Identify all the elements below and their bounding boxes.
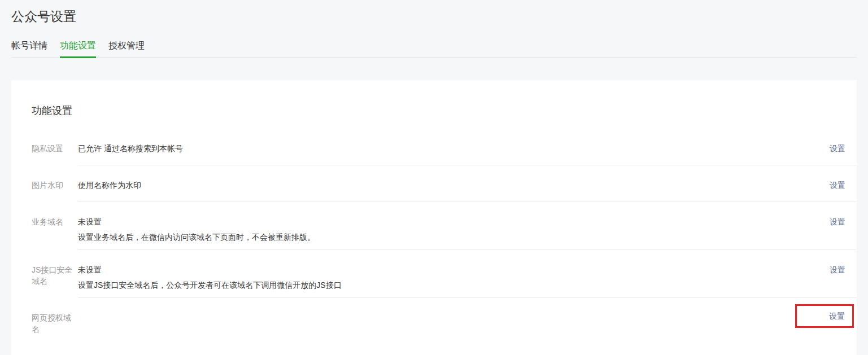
row-label: JS接口安全域名 xyxy=(32,250,78,298)
tab-authorization-management[interactable]: 授权管理 xyxy=(108,40,145,57)
row-value: 未设置 xyxy=(78,264,342,275)
function-settings-card: 功能设置 隐私设置 已允许 通过名称搜索到本帐号 设置 图片水印 使用名称作为水… xyxy=(11,80,857,355)
highlight-box: 设置 xyxy=(795,304,854,328)
row-privacy-settings: 隐私设置 已允许 通过名称搜索到本帐号 设置 xyxy=(32,129,857,165)
row-label: 隐私设置 xyxy=(32,129,78,165)
row-label: 业务域名 xyxy=(32,202,78,250)
row-value: 使用名称作为水印 xyxy=(78,179,141,191)
row-content: 已允许 通过名称搜索到本帐号 设置 xyxy=(78,129,857,165)
row-content: 设置 xyxy=(78,298,857,335)
tab-function-settings[interactable]: 功能设置 xyxy=(60,40,96,58)
row-description: 设置JS接口安全域名后，公众号开发者可在该域名下调用微信开放的JS接口 xyxy=(78,279,342,291)
card-heading: 功能设置 xyxy=(32,104,857,117)
row-label: 网页授权域名 xyxy=(32,298,78,335)
row-business-domain: 业务域名 未设置 设置业务域名后，在微信内访问该域名下页面时，不会被重新排版。 … xyxy=(32,202,857,250)
privacy-settings-set-link[interactable]: 设置 xyxy=(830,143,845,154)
tab-bar: 帐号详情 功能设置 授权管理 xyxy=(11,40,857,58)
row-label: 图片水印 xyxy=(32,165,78,202)
page-header: 公众号设置 xyxy=(0,0,868,25)
row-content: 未设置 设置JS接口安全域名后，公众号开发者可在该域名下调用微信开放的JS接口 … xyxy=(78,250,857,298)
row-value: 已允许 通过名称搜索到本帐号 xyxy=(78,143,183,154)
row-description: 设置业务域名后，在微信内访问该域名下页面时，不会被重新排版。 xyxy=(78,231,315,243)
business-domain-set-link[interactable]: 设置 xyxy=(830,216,845,227)
settings-rows: 隐私设置 已允许 通过名称搜索到本帐号 设置 图片水印 使用名称作为水印 设置 … xyxy=(32,129,857,335)
page-title: 公众号设置 xyxy=(11,7,857,25)
row-content: 使用名称作为水印 设置 xyxy=(78,165,857,202)
row-js-api-secure-domain: JS接口安全域名 未设置 设置JS接口安全域名后，公众号开发者可在该域名下调用微… xyxy=(32,250,857,298)
js-api-secure-domain-set-link[interactable]: 设置 xyxy=(830,264,845,275)
row-webpage-authorization-domain: 网页授权域名 设置 xyxy=(32,298,857,335)
webpage-authorization-domain-set-link[interactable]: 设置 xyxy=(829,310,845,322)
row-image-watermark: 图片水印 使用名称作为水印 设置 xyxy=(32,165,857,202)
tab-account-details[interactable]: 帐号详情 xyxy=(11,40,47,57)
row-content: 未设置 设置业务域名后，在微信内访问该域名下页面时，不会被重新排版。 设置 xyxy=(78,202,857,250)
image-watermark-set-link[interactable]: 设置 xyxy=(830,179,845,191)
row-value: 未设置 xyxy=(78,216,315,227)
